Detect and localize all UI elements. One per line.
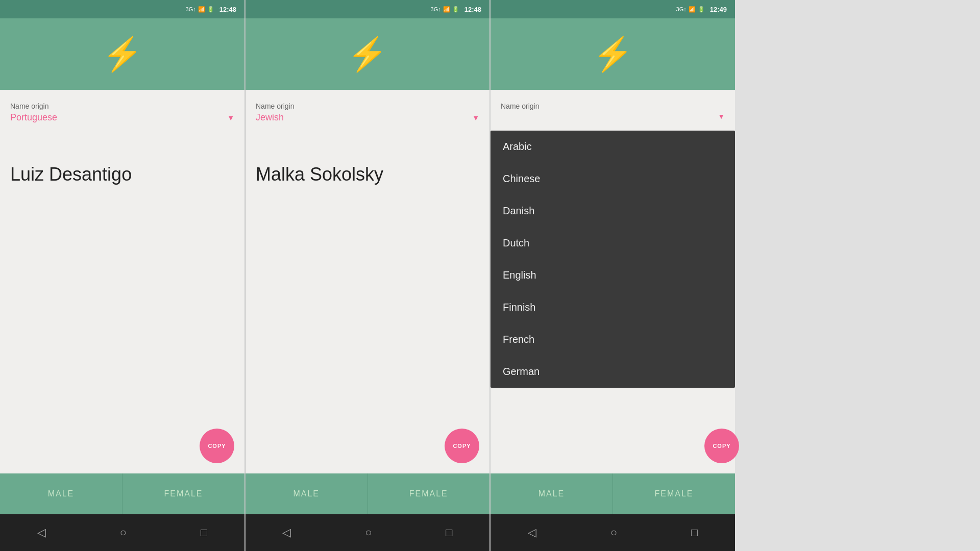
dropdown-item-arabic[interactable]: Arabic	[491, 131, 735, 163]
signal-icon-1: 📶	[198, 6, 205, 13]
status-icons-3: 3G↑ 📶 🔋 12:49	[676, 6, 727, 13]
status-bar-1: 3G↑ 📶 🔋 12:48	[0, 0, 244, 18]
content-area-2: Name origin Jewish ▼ Malka Sokolsky COPY	[246, 90, 489, 473]
origin-row-1: Portuguese ▼	[10, 112, 234, 123]
phone-panel-2: 3G↑ 📶 🔋 12:48 ⚡ Name origin Jewish ▼ Mal…	[245, 0, 490, 551]
generated-name-2: Malka Sokolsky	[256, 164, 479, 185]
origin-row-2: Jewish ▼	[256, 112, 479, 123]
copy-button-2[interactable]: COPY	[445, 429, 479, 463]
male-button-3[interactable]: MALE	[491, 473, 613, 514]
origin-row-3: ▼	[501, 112, 725, 120]
status-bar-3: 3G↑ 📶 🔋 12:49	[491, 0, 735, 18]
signal-icon-3: 📶	[689, 6, 696, 13]
status-icons-2: 3G↑ 📶 🔋 12:48	[431, 6, 481, 13]
recent-button-2[interactable]: □	[446, 526, 452, 539]
dropdown-arrow-3[interactable]: ▼	[718, 112, 725, 120]
time-display-1: 12:48	[219, 6, 236, 13]
battery-icon-3: 🔋	[698, 6, 705, 13]
copy-button-1[interactable]: COPY	[200, 429, 234, 463]
battery-icon-1: 🔋	[207, 6, 214, 13]
nav-bar-1: ◁ ○ □	[0, 514, 244, 551]
copy-button-3[interactable]: COPY	[704, 429, 739, 463]
dropdown-item-french[interactable]: French	[491, 323, 735, 356]
signal-icon-2: 📶	[443, 6, 450, 13]
app-header-1: ⚡	[0, 18, 244, 90]
back-button-2[interactable]: ◁	[282, 526, 291, 539]
home-button-2[interactable]: ○	[365, 526, 372, 539]
male-button-2[interactable]: MALE	[246, 473, 368, 514]
gender-buttons-3: MALE FEMALE	[491, 473, 735, 514]
copy-label-3: COPY	[713, 443, 730, 449]
network-icon-2: 3G↑	[431, 6, 441, 12]
dropdown-menu-3: Arabic Chinese Danish Dutch English Finn…	[491, 131, 735, 388]
gender-buttons-1: MALE FEMALE	[0, 473, 244, 514]
content-area-1: Name origin Portuguese ▼ Luiz Desantigo …	[0, 90, 244, 473]
dropdown-item-chinese[interactable]: Chinese	[491, 163, 735, 195]
dropdown-item-dutch[interactable]: Dutch	[491, 227, 735, 259]
nav-bar-2: ◁ ○ □	[246, 514, 489, 551]
name-origin-label-1: Name origin	[10, 102, 234, 110]
content-area-3: Name origin ▼ Arabic Chinese Danish Dutc…	[491, 90, 735, 473]
generated-name-1: Luiz Desantigo	[10, 164, 234, 185]
network-icon-3: 3G↑	[676, 6, 687, 12]
app-header-2: ⚡	[246, 18, 489, 90]
lightning-icon-2: ⚡	[347, 35, 388, 73]
selected-origin-1[interactable]: Portuguese	[10, 112, 57, 123]
battery-icon-2: 🔋	[452, 6, 459, 13]
female-button-3[interactable]: FEMALE	[613, 473, 735, 514]
dropdown-item-english[interactable]: English	[491, 259, 735, 291]
male-button-1[interactable]: MALE	[0, 473, 122, 514]
phone-panel-3: 3G↑ 📶 🔋 12:49 ⚡ Name origin ▼ Arabic Chi…	[490, 0, 735, 551]
time-display-2: 12:48	[464, 6, 481, 13]
name-origin-label-2: Name origin	[256, 102, 479, 110]
female-button-2[interactable]: FEMALE	[368, 473, 490, 514]
selected-origin-2[interactable]: Jewish	[256, 112, 284, 123]
time-display-3: 12:49	[710, 6, 727, 13]
lightning-icon-3: ⚡	[593, 35, 633, 73]
home-button-1[interactable]: ○	[120, 526, 127, 539]
dropdown-arrow-2[interactable]: ▼	[472, 114, 479, 122]
recent-button-1[interactable]: □	[201, 526, 207, 539]
network-icon-1: 3G↑	[186, 6, 196, 12]
dropdown-item-danish[interactable]: Danish	[491, 195, 735, 227]
status-icons-1: 3G↑ 📶 🔋 12:48	[186, 6, 236, 13]
phone-panel-1: 3G↑ 📶 🔋 12:48 ⚡ Name origin Portuguese ▼…	[0, 0, 245, 551]
recent-button-3[interactable]: □	[691, 526, 698, 539]
home-button-3[interactable]: ○	[610, 526, 617, 539]
empty-space	[735, 0, 980, 551]
gender-buttons-2: MALE FEMALE	[246, 473, 489, 514]
back-button-3[interactable]: ◁	[528, 526, 536, 539]
app-header-3: ⚡	[491, 18, 735, 90]
status-bar-2: 3G↑ 📶 🔋 12:48	[246, 0, 489, 18]
female-button-1[interactable]: FEMALE	[122, 473, 244, 514]
back-button-1[interactable]: ◁	[37, 526, 46, 539]
nav-bar-3: ◁ ○ □	[491, 514, 735, 551]
dropdown-item-german[interactable]: German	[491, 356, 735, 388]
dropdown-arrow-1[interactable]: ▼	[227, 114, 234, 122]
dropdown-item-finnish[interactable]: Finnish	[491, 291, 735, 323]
name-origin-label-3: Name origin	[501, 102, 725, 110]
lightning-icon-1: ⚡	[102, 35, 143, 73]
